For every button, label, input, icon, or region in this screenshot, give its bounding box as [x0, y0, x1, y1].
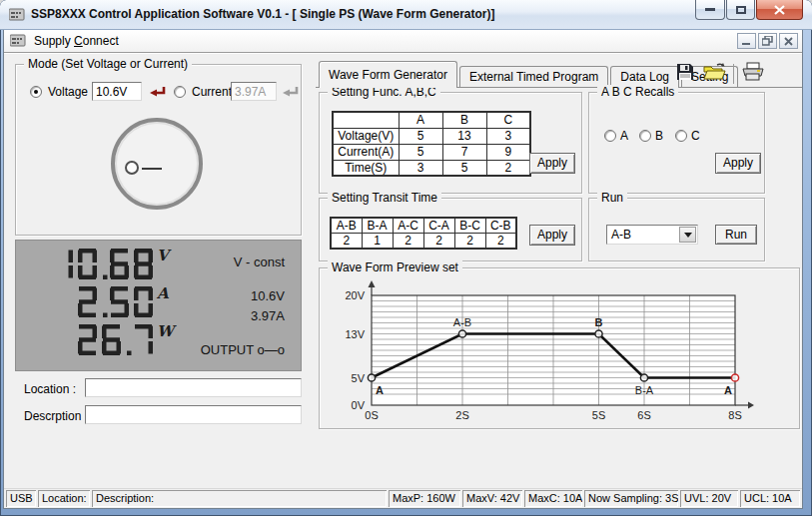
- run-selected-value: A-B: [611, 228, 631, 242]
- status-uvl: UVL: 20V: [680, 490, 738, 507]
- svg-text:13V: 13V: [345, 328, 365, 340]
- toolbar-separator: [733, 64, 734, 84]
- status-location: Location:: [38, 490, 90, 507]
- window-title: SSP8XXX Control Application Software V0.…: [31, 7, 495, 21]
- recall-b-radio[interactable]: [639, 130, 651, 142]
- recall-a-label: A: [620, 129, 628, 143]
- output-state-text: OUTPUT o—o: [201, 342, 285, 357]
- recalls-apply-button[interactable]: Apply: [715, 153, 761, 174]
- save-icon[interactable]: [675, 62, 695, 86]
- minimize-icon: [705, 8, 715, 11]
- tab-external-timed-program[interactable]: External Timed Program: [459, 66, 608, 87]
- status-maxp: MaxP: 160W: [389, 490, 460, 507]
- svg-text:0V: 0V: [352, 399, 366, 411]
- location-label: Location :: [24, 382, 76, 396]
- transit-groupbox: Setting Transit Time A-B B-A A-C C-A B-C…: [319, 198, 582, 261]
- menu-bar: Supply Connect: [4, 30, 802, 53]
- cell-time-a[interactable]: 3: [399, 160, 442, 176]
- recall-a-radio[interactable]: [604, 130, 616, 142]
- transit-value-cb[interactable]: 2: [485, 234, 516, 250]
- transit-header: A-B: [331, 218, 362, 234]
- current-input[interactable]: [231, 82, 277, 101]
- menu-item-supply-connect[interactable]: Supply Connect: [34, 34, 119, 48]
- run-button[interactable]: Run: [715, 225, 757, 245]
- setting-func-apply-button[interactable]: Apply: [529, 153, 575, 174]
- svg-text:A-B: A-B: [453, 316, 471, 328]
- table-row: 2 1 2 2 2 2: [331, 234, 516, 250]
- table-row: Time(S) 3 5 2: [333, 160, 530, 176]
- open-icon[interactable]: [702, 62, 726, 86]
- description-input[interactable]: [85, 405, 302, 424]
- cell-voltage-c[interactable]: 3: [486, 128, 530, 144]
- cell-current-a[interactable]: 5: [399, 144, 442, 160]
- transit-header: C-B: [485, 218, 516, 234]
- transit-table: A-B B-A A-C C-A B-C C-B 2 1 2 2 2 2: [330, 217, 517, 250]
- voltage-7seg: [54, 249, 154, 281]
- waveform-preview-title: Wave Form Preview set: [328, 260, 462, 274]
- cell-current-b[interactable]: 7: [442, 144, 486, 160]
- cell-time-c[interactable]: 2: [486, 160, 530, 176]
- voltage-unit: V: [157, 247, 172, 264]
- close-button[interactable]: [756, 0, 803, 20]
- waveform-preview-groupbox: Wave Form Preview set 0V5V13V20V0S2S5S6S…: [319, 267, 800, 429]
- col-header: C: [486, 112, 530, 128]
- transit-value-bc[interactable]: 2: [454, 234, 485, 250]
- status-sampling: Now Sampling: 3S: [584, 490, 678, 507]
- transit-value-ac[interactable]: 2: [393, 234, 423, 250]
- voltage-input[interactable]: [92, 82, 142, 101]
- recall-c-radio[interactable]: [675, 130, 687, 142]
- transit-header: C-A: [423, 218, 454, 234]
- cell-voltage-a[interactable]: 5: [399, 128, 442, 144]
- run-sequence-select[interactable]: A-B: [606, 225, 698, 245]
- svg-text:0S: 0S: [365, 409, 378, 421]
- child-restore-button[interactable]: [758, 33, 777, 49]
- const-mode-text: V - const: [234, 255, 285, 269]
- menu-text: Supply: [34, 34, 74, 48]
- child-close-button[interactable]: [779, 33, 798, 49]
- app-icon: [9, 8, 25, 26]
- svg-text:2S: 2S: [455, 409, 468, 421]
- status-ucl: UCL: 10A: [740, 490, 800, 507]
- cell-voltage-b[interactable]: 13: [442, 128, 486, 144]
- dial-knob[interactable]: [125, 161, 139, 175]
- menu-accelerator: C: [74, 34, 83, 48]
- title-bar: SSP8XXX Control Application Software V0.…: [0, 0, 812, 30]
- chevron-down-icon: [684, 233, 692, 238]
- status-description: Description:: [92, 490, 387, 507]
- combo-dropdown-button[interactable]: [679, 227, 696, 243]
- child-minimize-button[interactable]: [737, 33, 756, 49]
- status-maxc: MaxC: 10A: [524, 490, 582, 507]
- description-label: Descrption :: [24, 409, 88, 423]
- tab-data-log[interactable]: Data Log: [610, 66, 679, 87]
- svg-text:8S: 8S: [728, 409, 741, 421]
- transit-header: A-C: [393, 218, 423, 234]
- setting-func-groupbox: Setting Func. A,B,C A B C Voltage(V) 5 1…: [319, 92, 582, 194]
- current-radio[interactable]: [174, 86, 186, 98]
- lcd-display: V A W V - const 10.6V 3.97A OUTPUT o—o: [15, 240, 302, 371]
- status-bar: USB Location: Description: MaxP: 160W Ma…: [4, 488, 802, 508]
- transit-value-ba[interactable]: 1: [362, 234, 393, 250]
- tab-wave-form-generator[interactable]: Wave Form Generator: [319, 61, 457, 88]
- cell-time-b[interactable]: 5: [442, 160, 486, 176]
- voltage-enter-icon[interactable]: [148, 85, 168, 103]
- maximize-icon: [736, 6, 746, 14]
- menu-text: onnect: [83, 34, 119, 48]
- app-window: SSP8XXX Control Application Software V0.…: [0, 0, 812, 516]
- maximize-button[interactable]: [726, 0, 755, 20]
- transit-value-ca[interactable]: 2: [423, 234, 454, 250]
- power-7seg: [78, 324, 154, 357]
- window-body: Supply Connect Mode (Set Voltage or Curr…: [3, 30, 803, 509]
- recall-c-label: C: [691, 129, 700, 143]
- child-close-icon: [784, 37, 793, 46]
- svg-text:6S: 6S: [637, 409, 650, 421]
- voltage-radio[interactable]: [30, 86, 42, 98]
- print-icon[interactable]: [741, 62, 765, 86]
- transit-value-ab[interactable]: 2: [331, 234, 362, 250]
- power-reading: W: [22, 324, 172, 358]
- location-input[interactable]: [85, 378, 302, 397]
- minimize-button[interactable]: [695, 0, 725, 20]
- current-7seg: [78, 286, 154, 319]
- cell-current-c[interactable]: 9: [486, 144, 530, 160]
- svg-text:20V: 20V: [345, 289, 365, 301]
- transit-apply-button[interactable]: Apply: [529, 225, 575, 246]
